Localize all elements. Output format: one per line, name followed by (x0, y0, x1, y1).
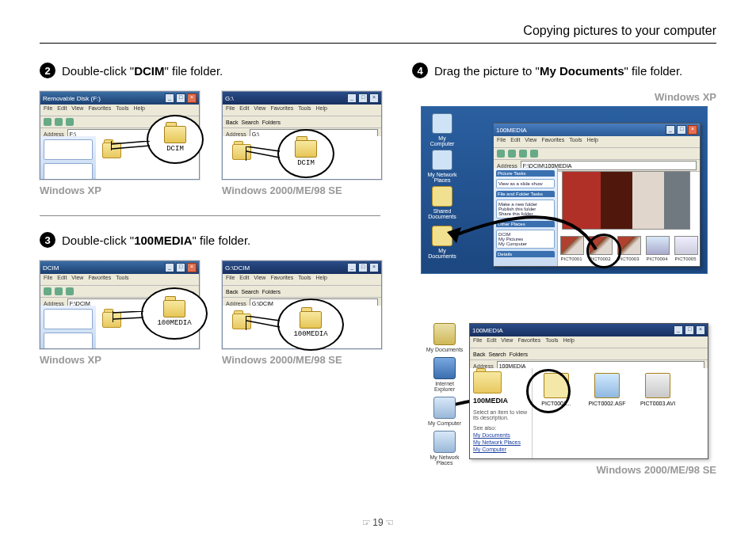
dcim-callout: DCIM (147, 115, 204, 164)
back-button: Back (226, 120, 239, 125)
menu-edit: Edit (239, 275, 249, 284)
100media-callout: 100MEDIA (141, 287, 208, 340)
minimize-icon: _ (347, 93, 357, 103)
maximize-icon: □ (176, 93, 185, 103)
file-pict0001: PICT0001... (537, 373, 575, 406)
dcim-callout: DCIM (277, 129, 334, 178)
menu-file: File (44, 105, 52, 115)
desktop-my-network-icon: My Network Places (426, 150, 458, 183)
back-button: Back (473, 352, 486, 357)
menu-view: View (71, 105, 83, 115)
leader-line (246, 316, 281, 330)
minimize-icon: _ (165, 93, 174, 103)
minimize-icon: _ (347, 263, 357, 272)
folders-icon (66, 118, 74, 126)
thumbnail: PICT0002 (589, 236, 611, 261)
folders-icon (66, 287, 74, 295)
link-my-computer: My Computer (473, 447, 529, 452)
step3-xp-screenshot: DCIM _ □ × File Edit View (40, 260, 198, 366)
menu-file: File (473, 337, 482, 347)
link-my-network: My Network Places (473, 439, 529, 445)
step-4-suffix: " file folder. (624, 64, 683, 78)
step-4-bold: My Documents (540, 64, 624, 78)
step2-xp-screenshot: Removable Disk (F:) _ □ × File Edit (40, 91, 198, 196)
win2000-window: 100MEDIA _ □ × File Edit View Favorites … (469, 323, 708, 459)
menu-view: View (71, 275, 83, 284)
side-picture-items: View as a slide show (496, 179, 555, 188)
side-panel (44, 333, 93, 349)
menu-view: View (501, 337, 513, 347)
svg-line-1 (112, 146, 150, 149)
menu-favorites: Favorites (270, 275, 293, 284)
side-panel (44, 309, 93, 329)
menu-tools: Tools (116, 105, 128, 115)
xp-desktop-screenshot: My Computer My Network Places Shared Doc… (421, 106, 708, 274)
menu-favorites: Favorites (541, 137, 564, 146)
menu-file: File (226, 275, 235, 284)
menu-file: File (226, 105, 235, 115)
menu-tools: Tools (298, 275, 311, 284)
leader-line (113, 311, 145, 322)
maximize-icon: □ (685, 325, 694, 335)
step2-2k-title: G:\ (225, 95, 234, 102)
xp-explorer-window: 100MEDIA _ □ × File Edit View Favorites … (493, 123, 701, 267)
step-4-number: 4 (412, 63, 428, 78)
os-label-xp: Windows XP (412, 91, 716, 103)
svg-line-6 (246, 316, 280, 321)
menu-view: View (254, 275, 265, 284)
side-picture-tasks: Picture Tasks (496, 170, 555, 177)
folders-button: Folders (262, 289, 281, 295)
select-tip: Select an item to view its description. (473, 409, 529, 420)
section-title: Copying pictures to your computer (40, 24, 716, 44)
minimize-icon: _ (674, 325, 683, 335)
minimize-icon: _ (666, 125, 675, 135)
maximize-icon: □ (358, 93, 368, 103)
step-2: 2 Double-click "DCIM" file folder. Remov… (40, 63, 380, 196)
close-icon: × (369, 263, 379, 272)
file-pict0003: PICT0003.AVI (639, 373, 677, 406)
file-pict0002: PICT0002.ASF (588, 373, 626, 406)
back-icon (44, 118, 52, 126)
desktop-shared-docs-icon: Shared Documents (426, 186, 458, 219)
svg-line-0 (112, 141, 150, 144)
side-details: Details (496, 251, 555, 257)
menu-edit: Edit (239, 105, 249, 115)
step2-legacy-screenshot: G:\ _ □ × File Edit View (222, 91, 380, 196)
search-button: Search (489, 352, 506, 357)
thumbnail-row: PICT0001 PICT0002 PICT0003 PICT0004 PICT… (560, 236, 697, 261)
right-column: 4 Drag the picture to "My Documents" fil… (412, 63, 716, 476)
svg-line-7 (246, 321, 280, 327)
leader-line (246, 146, 281, 161)
os-label-xp: Windows XP (40, 184, 198, 196)
search-button: Search (242, 120, 259, 125)
side-file-items: Make a new folder Publish this folder Sh… (496, 200, 555, 219)
menu-tools: Tools (116, 275, 128, 284)
step-3-number: 3 (40, 232, 55, 248)
close-icon: × (187, 263, 197, 272)
maximize-icon: □ (358, 263, 368, 272)
step3-xp-title: DCIM (43, 264, 59, 272)
svg-line-3 (246, 151, 280, 158)
step3-legacy-screenshot: G:\DCIM _ □ × File Edit View (222, 260, 380, 366)
minimize-icon: _ (165, 263, 174, 272)
folders-button: Folders (510, 352, 528, 357)
folder-name: 100MEDIA (473, 397, 529, 405)
xp-explorer-title: 100MEDIA (496, 127, 527, 134)
step-3-suffix: " file folder. (193, 234, 251, 247)
os-label-legacy: Windows 2000/ME/98 SE (222, 354, 380, 366)
svg-line-4 (113, 311, 143, 313)
side-other-items: DCIM My Pictures My Computer (496, 230, 555, 249)
side-panel (44, 139, 93, 160)
step-4-text: Drag the picture to "My Documents" file … (434, 64, 682, 78)
step3-2k-title: G:\DCIM (225, 264, 250, 272)
search-icon (55, 118, 63, 126)
desktop-my-documents-icon: My Documents (426, 323, 464, 352)
fwd-icon (508, 150, 516, 158)
leader-line (111, 141, 151, 150)
link-my-documents: My Documents (473, 432, 529, 438)
dcim-callout-label: DCIM (166, 145, 184, 153)
100media-callout-label: 100MEDIA (293, 330, 327, 338)
menu-edit: Edit (57, 275, 67, 284)
step-2-suffix: " file folder. (165, 64, 223, 78)
menu-edit: Edit (57, 105, 67, 115)
